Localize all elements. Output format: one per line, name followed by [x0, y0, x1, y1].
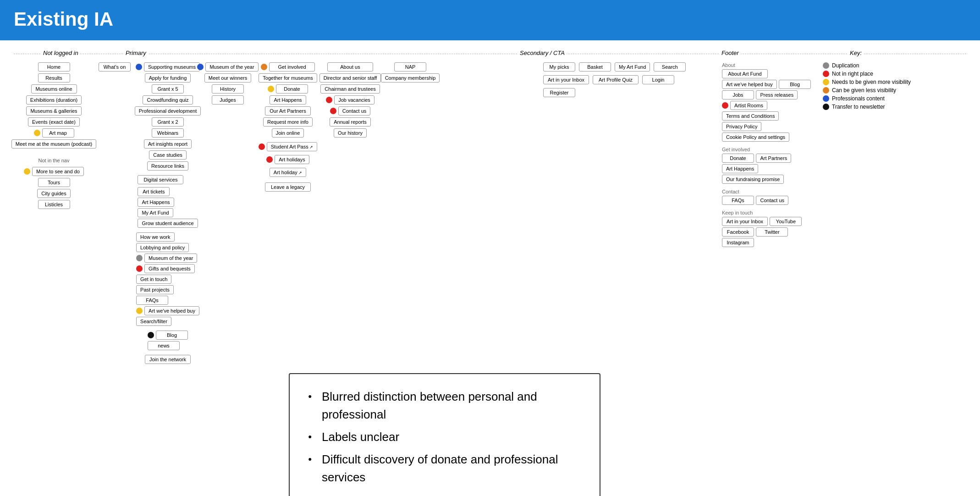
fundraising-promise[interactable]: Our fundraising promise	[722, 175, 784, 184]
more-to-see-row: More to see and do	[24, 167, 84, 176]
history[interactable]: History	[212, 84, 244, 94]
city-guides-item[interactable]: City guides	[37, 189, 70, 198]
meet-me-item[interactable]: Meet me at the museum (podcast)	[11, 139, 97, 149]
student-art-pass[interactable]: Student Art Pass	[267, 142, 317, 151]
twitter[interactable]: Twitter	[756, 227, 788, 237]
case-studies[interactable]: Case studies	[149, 150, 187, 160]
about-us-item[interactable]: About us	[327, 62, 373, 72]
get-in-touch-hw[interactable]: Get in touch	[136, 275, 171, 284]
terms-conditions[interactable]: Terms and Conditions	[722, 111, 779, 121]
contact-us-footer[interactable]: Contact us	[756, 196, 788, 205]
past-projects[interactable]: Past projects	[136, 285, 174, 294]
basket[interactable]: Basket	[579, 62, 611, 72]
jobs-footer[interactable]: Jobs	[722, 90, 754, 99]
gifts-dot	[136, 265, 143, 272]
art-in-inbox-footer[interactable]: Art in your Inbox	[722, 217, 768, 226]
art-holidays-item[interactable]: Art holidays	[275, 155, 309, 164]
webinars[interactable]: Webinars	[152, 128, 184, 138]
join-network[interactable]: Join the network	[145, 355, 191, 364]
digital-services-header[interactable]: Digital services	[138, 175, 183, 184]
blog-item[interactable]: Blog	[156, 331, 188, 340]
art-happens-ds[interactable]: Art Happens	[138, 198, 174, 207]
cu-dot	[330, 108, 336, 114]
my-art-fund-ds[interactable]: My Art Fund	[138, 208, 173, 217]
art-partners-footer[interactable]: Art Partners	[756, 154, 791, 163]
search-filter[interactable]: Search/filter	[136, 317, 171, 326]
gifts-item[interactable]: Gifts and bequests	[144, 264, 195, 273]
judges[interactable]: Judges	[212, 95, 244, 105]
motY-how-item[interactable]: Museum of the year	[144, 254, 197, 263]
faqs-hw[interactable]: FAQs	[136, 296, 168, 305]
crowdfunding-quiz[interactable]: Crowdfunding quiz	[143, 95, 193, 105]
label-not-logged-in: Not logged in	[41, 50, 80, 56]
join-online[interactable]: Join online	[272, 128, 304, 138]
section-labels-row: Not logged in Primary Secondary / CTA Fo…	[14, 50, 966, 60]
our-history[interactable]: Our history	[334, 128, 367, 138]
job-vacancies[interactable]: Job vacancies	[334, 95, 374, 105]
request-more-info[interactable]: Request more info	[263, 117, 313, 127]
get-involved-item[interactable]: Get involved	[269, 62, 315, 72]
donate-footer[interactable]: Donate	[722, 154, 754, 163]
press-releases[interactable]: Press releases	[756, 90, 798, 99]
my-art-fund-sec[interactable]: My Art Fund	[615, 62, 650, 72]
facebook[interactable]: Facebook	[722, 227, 754, 237]
cookie-policy[interactable]: Cookie Policy and settings	[722, 132, 789, 142]
art-happens-gi[interactable]: Art Happens	[270, 95, 306, 105]
art-helped-item[interactable]: Art we've helped buy	[144, 306, 199, 315]
tours-item[interactable]: Tours	[38, 178, 70, 187]
faqs-footer[interactable]: FAQs	[722, 196, 754, 205]
my-picks[interactable]: My picks	[543, 62, 575, 72]
museums-galleries-item[interactable]: Museums & galleries	[26, 106, 81, 116]
apply-funding[interactable]: Apply for funding	[145, 73, 191, 83]
grant-x2[interactable]: Grant x 2	[152, 117, 184, 127]
together-museums[interactable]: Together for museums	[259, 73, 317, 83]
resource-links[interactable]: Resource links	[147, 161, 188, 171]
news-item[interactable]: news	[148, 341, 180, 350]
museums-online-item[interactable]: Museums online	[31, 84, 77, 94]
annual-reports[interactable]: Annual reports	[330, 117, 371, 127]
leave-legacy[interactable]: Leave a legacy	[265, 182, 311, 192]
nap-item[interactable]: NAP	[394, 62, 426, 72]
art-profile-quiz[interactable]: Art Profile Quiz	[593, 75, 639, 84]
art-helped-buy-footer[interactable]: Art we've helped buy	[722, 80, 777, 89]
grow-student[interactable]: Grow student audience	[138, 219, 198, 228]
footer-about-group: About About Art Fund Art we've helped bu…	[722, 62, 818, 143]
art-insights[interactable]: Art insights report	[144, 139, 192, 149]
exhibitions-item[interactable]: Exhibitions (duration)	[26, 95, 82, 105]
lobbying-policy[interactable]: Lobbying and policy	[136, 243, 189, 252]
youtube[interactable]: YouTube	[770, 217, 802, 226]
artist-rooms[interactable]: Artist Rooms	[730, 101, 767, 110]
whats-on-item[interactable]: What's on	[99, 62, 131, 72]
contact-us-about[interactable]: Contact us	[338, 106, 371, 116]
register[interactable]: Register	[543, 88, 575, 97]
more-to-see-item[interactable]: More to see and do	[32, 167, 84, 176]
listicles-item[interactable]: Listicles	[38, 200, 70, 209]
privacy-policy[interactable]: Privacy Policy	[722, 122, 761, 131]
supporting-museums-item[interactable]: Supporting museums	[144, 62, 200, 72]
results-item[interactable]: Results	[38, 73, 70, 83]
blog-footer[interactable]: Blog	[779, 80, 811, 89]
company-membership[interactable]: Company membership	[381, 73, 440, 83]
professional-dev[interactable]: Professional development	[135, 106, 201, 116]
motY-item[interactable]: Museum of the year	[205, 62, 258, 72]
motY-how-row: Museum of the year	[136, 254, 199, 263]
home-item[interactable]: Home	[38, 62, 70, 72]
events-item[interactable]: Events (exact date)	[28, 117, 80, 127]
login[interactable]: Login	[642, 75, 674, 84]
chairman-trustees[interactable]: Chairman and trustees	[320, 84, 380, 94]
art-map-item[interactable]: Art map	[42, 128, 74, 138]
meet-winners[interactable]: Meet our winners	[204, 73, 251, 83]
art-in-inbox-sec[interactable]: Art in your Inbox	[543, 75, 589, 84]
director-staff[interactable]: Director and senior staff	[319, 73, 381, 83]
art-tickets[interactable]: Art tickets	[138, 187, 170, 196]
donate-item[interactable]: Donate	[276, 84, 308, 94]
grant-x5[interactable]: Grant x 5	[152, 84, 184, 94]
art-holiday-item[interactable]: Art holiday	[270, 168, 307, 177]
how-we-work-header[interactable]: How we work	[136, 232, 174, 242]
about-art-fund[interactable]: About Art Fund	[722, 69, 768, 78]
art-happens-footer[interactable]: Art Happens	[722, 164, 758, 173]
art-helped-row: Art we've helped buy	[136, 306, 199, 315]
our-art-partners[interactable]: Our Art Partners	[265, 106, 311, 116]
search-sec[interactable]: Search	[654, 62, 686, 72]
instagram[interactable]: Instagram	[722, 238, 754, 247]
